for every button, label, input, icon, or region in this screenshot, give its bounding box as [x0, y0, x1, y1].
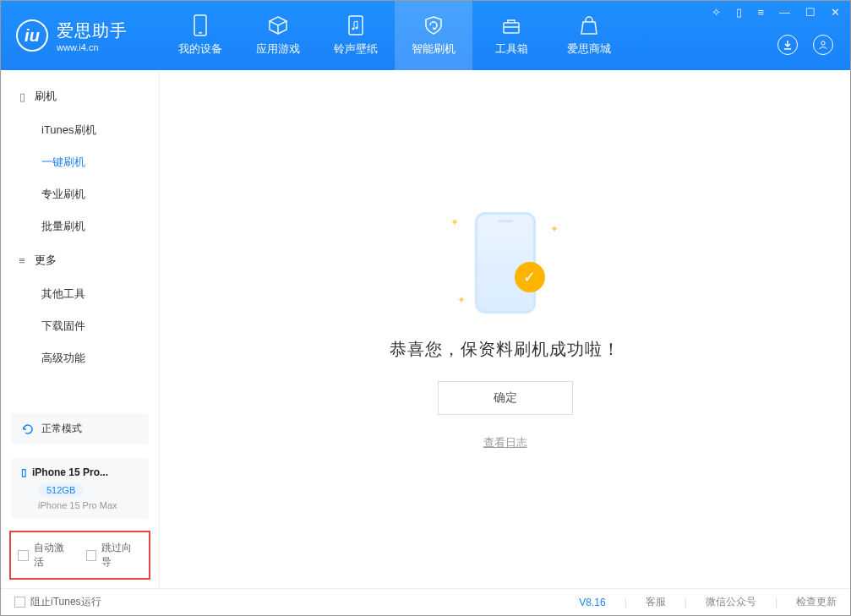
app-name: 爱思助手: [57, 19, 128, 42]
tab-label: 工具箱: [495, 41, 528, 57]
menu-icon[interactable]: ≡: [754, 6, 767, 19]
sparkle-icon: ✦: [450, 216, 459, 228]
footer-link-wechat[interactable]: 微信公众号: [706, 595, 756, 609]
maximize-icon[interactable]: ☐: [802, 6, 819, 19]
checkbox-icon: [14, 597, 25, 608]
app-url: www.i4.cn: [57, 42, 128, 52]
app-header: iu 爱思助手 www.i4.cn 我的设备 应用游戏 铃声壁纸 智能刷机 工具…: [1, 1, 850, 70]
svg-point-6: [821, 41, 825, 45]
window-controls: ✧ ▯ ≡ — ☐ ✕: [708, 6, 843, 19]
user-icon[interactable]: [813, 35, 833, 55]
tab-apps-games[interactable]: 应用游戏: [239, 1, 317, 70]
logo-icon: iu: [16, 19, 48, 52]
sidebar-item-onekey-flash[interactable]: 一键刷机: [1, 146, 159, 178]
status-mode-label: 正常模式: [41, 422, 82, 436]
checkbox-auto-activate[interactable]: 自动激活: [18, 541, 74, 570]
device-name: iPhone 15 Pro...: [32, 466, 108, 478]
ok-button[interactable]: 确定: [438, 381, 573, 415]
phone-small-icon: ▯: [16, 90, 28, 102]
sidebar-item-advanced[interactable]: 高级功能: [1, 342, 159, 374]
success-message: 恭喜您，保资料刷机成功啦！: [390, 338, 620, 361]
cube-icon: [267, 14, 289, 36]
phone-icon[interactable]: ▯: [733, 6, 745, 19]
mode-status[interactable]: 正常模式: [11, 413, 149, 444]
checkbox-icon: [86, 550, 97, 561]
logo-block: iu 爱思助手 www.i4.cn: [1, 1, 161, 70]
shield-sync-icon: [423, 14, 445, 36]
sidebar-item-batch-flash[interactable]: 批量刷机: [1, 210, 159, 243]
tab-my-device[interactable]: 我的设备: [161, 1, 239, 70]
skin-icon[interactable]: ✧: [708, 6, 724, 19]
checkbox-block-itunes[interactable]: 阻止iTunes运行: [14, 595, 101, 609]
storage-badge: 512GB: [38, 483, 84, 497]
tab-label: 爱思商城: [567, 41, 611, 57]
sidebar-item-download-fw[interactable]: 下载固件: [1, 310, 159, 342]
download-icon[interactable]: [777, 35, 798, 55]
music-icon: [345, 14, 367, 36]
device-small-icon: ▯: [21, 466, 27, 478]
tab-toolbox[interactable]: 工具箱: [472, 1, 550, 70]
main-panel: ✦ ✦ ✦ ✓ 恭喜您，保资料刷机成功啦！ 确定 查看日志: [160, 70, 850, 588]
sidebar-item-itunes-flash[interactable]: iTunes刷机: [1, 114, 159, 146]
sidebar-section-flash: ▯ 刷机: [1, 79, 159, 114]
success-illustration: ✦ ✦ ✦ ✓: [434, 208, 577, 318]
status-bar: 阻止iTunes运行 V8.16 | 客服 | 微信公众号 | 检查更新: [1, 588, 850, 615]
refresh-icon: [21, 422, 35, 436]
tab-label: 智能刷机: [412, 41, 456, 57]
sidebar-item-other-tools[interactable]: 其他工具: [1, 278, 159, 310]
checkbox-icon: [18, 550, 29, 561]
device-model: iPhone 15 Pro Max: [21, 500, 139, 510]
sidebar: ▯ 刷机 iTunes刷机 一键刷机 专业刷机 批量刷机 ≡ 更多 其他工具 下…: [1, 70, 160, 588]
svg-point-3: [352, 28, 355, 30]
sparkle-icon: ✦: [550, 223, 559, 235]
tab-label: 我的设备: [178, 41, 222, 57]
sidebar-section-more: ≡ 更多: [1, 243, 159, 278]
sidebar-item-pro-flash[interactable]: 专业刷机: [1, 178, 159, 210]
svg-point-4: [356, 27, 358, 30]
tab-smart-flash[interactable]: 智能刷机: [395, 1, 472, 70]
footer-link-update[interactable]: 检查更新: [796, 595, 837, 609]
svg-rect-1: [199, 32, 202, 34]
footer-link-support[interactable]: 客服: [646, 595, 666, 609]
version-label: V8.16: [579, 597, 605, 608]
svg-rect-5: [504, 23, 519, 33]
toolbox-icon: [500, 14, 522, 36]
device-card[interactable]: ▯ iPhone 15 Pro... 512GB iPhone 15 Pro M…: [11, 458, 149, 519]
tab-label: 铃声壁纸: [334, 41, 378, 57]
checkbox-skip-wizard[interactable]: 跳过向导: [86, 541, 143, 570]
check-badge-icon: ✓: [515, 262, 545, 292]
tab-ringtones[interactable]: 铃声壁纸: [317, 1, 395, 70]
view-log-link[interactable]: 查看日志: [483, 435, 527, 450]
svg-rect-2: [349, 16, 363, 35]
header-action-icons: [777, 35, 833, 55]
more-icon: ≡: [16, 254, 28, 266]
close-icon[interactable]: ✕: [827, 6, 843, 19]
highlighted-options: 自动激活 跳过向导: [9, 531, 150, 580]
tab-store[interactable]: 爱思商城: [550, 1, 628, 70]
bag-icon: [578, 14, 600, 36]
sparkle-icon: ✦: [457, 294, 466, 306]
minimize-icon[interactable]: —: [776, 6, 794, 19]
device-icon: [189, 14, 211, 36]
tab-label: 应用游戏: [256, 41, 300, 57]
